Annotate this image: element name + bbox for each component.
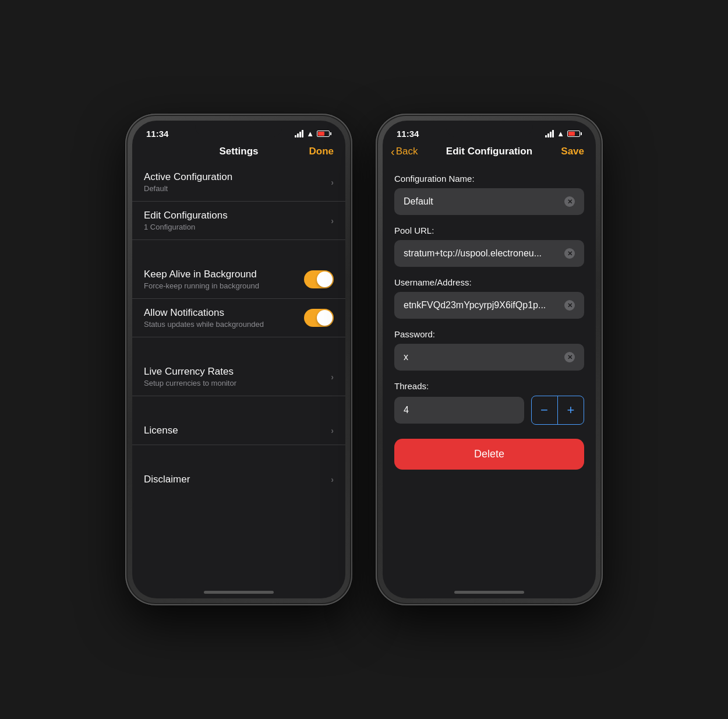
license-left: License (144, 425, 331, 436)
notifications-title: Allow Notifications (144, 307, 304, 319)
settings-title: Settings (144, 146, 334, 157)
signal-bar-3 (299, 132, 301, 138)
settings-content: Active Configuration Default › Edit Conf… (132, 163, 345, 581)
live-currency-row[interactable]: Live Currency Rates Setup currencies to … (132, 358, 345, 396)
edit-configs-left: Edit Configurations 1 Configuration (144, 210, 331, 231)
signal-bars-right (545, 130, 554, 138)
password-clear[interactable]: ✕ (564, 352, 575, 362)
notifications-thumb (317, 310, 333, 326)
notifications-row[interactable]: Allow Notifications Status updates while… (132, 299, 345, 337)
left-phone: 11:34 ▲ Settings Done (125, 114, 352, 605)
edit-config-title: Edit Configuration (394, 146, 584, 157)
delete-label: Delete (474, 448, 504, 460)
signal-bar-r4 (552, 130, 554, 138)
live-currency-chevron: › (331, 372, 334, 382)
edit-config-content: Configuration Name: Default ✕ Pool URL: … (383, 163, 596, 581)
back-button[interactable]: ‹ Back (391, 146, 418, 157)
disclaimer-title: Disclaimer (144, 474, 331, 485)
settings-nav-bar: Settings Done (132, 141, 345, 163)
disclaimer-row[interactable]: Disclaimer › (132, 466, 345, 494)
keep-alive-left: Keep Alive in Background Force-keep runn… (144, 269, 304, 290)
status-time-left: 11:34 (146, 129, 168, 139)
battery-fill-right (568, 132, 575, 136)
phone-screen-left: 11:34 ▲ Settings Done (132, 121, 345, 598)
signal-bar-r2 (547, 133, 549, 138)
status-time-right: 11:34 (397, 129, 419, 139)
live-currency-title: Live Currency Rates (144, 366, 331, 378)
disclaimer-left: Disclaimer (144, 474, 331, 485)
battery-fill-left (318, 132, 324, 136)
stepper-minus-button[interactable]: − (532, 396, 557, 424)
notifications-toggle[interactable] (304, 309, 334, 327)
stepper-plus-button[interactable]: + (558, 396, 584, 424)
done-button[interactable]: Done (309, 146, 334, 157)
wifi-icon-right: ▲ (557, 129, 564, 138)
phone-screen-right: 11:34 ▲ ‹ Bac (383, 121, 596, 598)
signal-bars-left (295, 130, 303, 138)
keep-alive-thumb (317, 272, 333, 287)
separator-2 (132, 337, 345, 358)
edit-configs-title: Edit Configurations (144, 210, 331, 221)
pool-url-label: Pool URL: (394, 225, 584, 235)
pool-url-value: stratum+tcp://uspool.electroneu... (404, 248, 564, 259)
keep-alive-subtitle: Force-keep running in background (144, 281, 304, 290)
config-name-value: Default (404, 196, 564, 207)
config-name-label: Configuration Name: (394, 174, 584, 184)
username-label: Username/Address: (394, 277, 584, 287)
home-bar-right (454, 591, 524, 594)
notifications-left: Allow Notifications Status updates while… (144, 307, 304, 329)
username-clear[interactable]: ✕ (564, 300, 575, 311)
threads-label: Threads: (394, 381, 584, 391)
active-config-title: Active Configuration (144, 171, 331, 183)
license-chevron: › (331, 426, 334, 435)
live-currency-subtitle: Setup currencies to monitor (144, 379, 331, 387)
edit-configs-row[interactable]: Edit Configurations 1 Configuration › (132, 202, 345, 240)
notch-right (446, 121, 533, 138)
edit-configs-subtitle: 1 Configuration (144, 223, 331, 231)
license-row[interactable]: License › (132, 417, 345, 445)
keep-alive-row[interactable]: Keep Alive in Background Force-keep runn… (132, 260, 345, 299)
config-name-field[interactable]: Default ✕ (394, 188, 584, 215)
threads-field[interactable]: 4 (394, 397, 524, 424)
save-button[interactable]: Save (561, 146, 584, 157)
edit-configs-chevron: › (331, 216, 334, 225)
active-config-row[interactable]: Active Configuration Default › (132, 163, 345, 202)
delete-button[interactable]: Delete (394, 439, 584, 470)
keep-alive-toggle[interactable] (304, 270, 334, 288)
separator-4 (132, 445, 345, 466)
threads-row: 4 − + (394, 396, 584, 425)
config-name-clear[interactable]: ✕ (564, 196, 575, 207)
pool-url-clear[interactable]: ✕ (564, 248, 575, 259)
signal-bar-r1 (545, 135, 547, 138)
threads-value: 4 (404, 405, 409, 415)
signal-bar-r3 (550, 132, 552, 138)
separator-1 (132, 240, 345, 260)
password-field[interactable]: x ✕ (394, 344, 584, 371)
home-indicator-right (383, 581, 596, 598)
battery-tip-left (330, 132, 331, 135)
signal-bar-1 (295, 135, 296, 138)
threads-stepper: − + (531, 396, 585, 425)
home-bar-left (204, 591, 274, 594)
back-chevron-icon: ‹ (391, 146, 395, 157)
password-label: Password: (394, 329, 584, 339)
separator-3 (132, 396, 345, 417)
username-field[interactable]: etnkFVQd23mYpcyrpj9X6ifQp1p... ✕ (394, 292, 584, 319)
keep-alive-title: Keep Alive in Background (144, 269, 304, 280)
home-indicator-left (132, 581, 345, 598)
signal-bar-4 (302, 130, 303, 138)
live-currency-left: Live Currency Rates Setup currencies to … (144, 366, 331, 387)
battery-left (317, 131, 331, 137)
battery-tip-right (581, 132, 582, 135)
active-config-chevron: › (331, 178, 334, 187)
back-label: Back (396, 146, 418, 157)
status-icons-right: ▲ (545, 129, 582, 138)
license-title: License (144, 425, 331, 436)
notch-left (195, 121, 282, 138)
notifications-subtitle: Status updates while backgrounded (144, 320, 304, 329)
signal-bar-2 (297, 133, 299, 138)
status-icons-left: ▲ (295, 129, 331, 138)
password-value: x (404, 352, 564, 362)
battery-right (567, 131, 582, 137)
pool-url-field[interactable]: stratum+tcp://uspool.electroneu... ✕ (394, 240, 584, 267)
